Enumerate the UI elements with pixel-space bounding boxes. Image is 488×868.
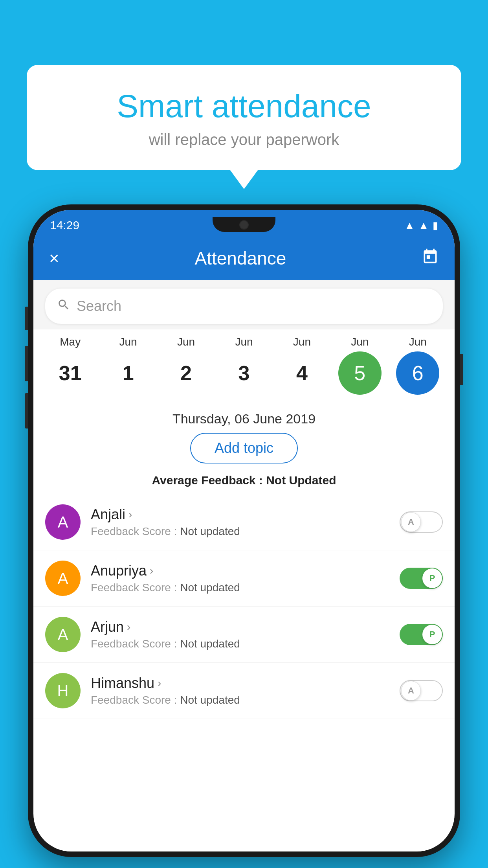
student-info: Anjali ›Feedback Score : Not updated [91, 506, 400, 538]
volume-down-button [25, 346, 28, 381]
chevron-icon: › [128, 508, 132, 521]
student-avatar: H [45, 673, 81, 708]
student-list: AAnjali ›Feedback Score : Not updatedAAA… [33, 494, 455, 719]
student-feedback: Feedback Score : Not updated [91, 638, 400, 650]
cal-date-number: 5 [338, 351, 382, 395]
header-title: Attendance [194, 248, 286, 269]
student-info: Arjun ›Feedback Score : Not updated [91, 619, 400, 650]
student-info: Anupriya ›Feedback Score : Not updated [91, 563, 400, 594]
search-icon [57, 298, 70, 315]
student-avatar: A [45, 561, 81, 596]
toggle-knob: P [422, 625, 442, 644]
content-area: Thursday, 06 June 2019 Add topic Average… [33, 404, 455, 494]
chevron-icon: › [150, 565, 153, 577]
cal-date-number: 1 [106, 351, 150, 395]
student-name: Anjali › [91, 506, 400, 523]
add-topic-button[interactable]: Add topic [190, 433, 298, 463]
calendar-day[interactable]: Jun5 [334, 336, 385, 395]
bubble-subtitle: will replace your paperwork [46, 131, 442, 149]
calendar-day[interactable]: Jun6 [392, 336, 443, 395]
cal-month-label: Jun [409, 336, 427, 348]
selected-date: Thursday, 06 June 2019 [45, 404, 443, 433]
signal-icon: ▲ [418, 219, 429, 232]
toggle-knob: A [401, 512, 421, 532]
cal-date-number: 31 [49, 351, 92, 395]
toggle-knob: A [401, 681, 421, 701]
cal-date-number: 2 [165, 351, 208, 395]
front-camera [239, 220, 249, 230]
cal-month-label: Jun [119, 336, 137, 348]
student-item[interactable]: AAnjali ›Feedback Score : Not updatedA [33, 494, 455, 550]
battery-icon: ▮ [433, 219, 438, 232]
search-bar[interactable]: Search [45, 289, 443, 324]
student-name: Himanshu › [91, 675, 400, 691]
calendar-day[interactable]: Jun1 [103, 336, 154, 395]
wifi-icon: ▲ [405, 219, 415, 232]
bubble-title: Smart attendance [46, 88, 442, 124]
speech-bubble: Smart attendance will replace your paper… [27, 65, 461, 170]
avg-feedback-label: Average Feedback : [152, 474, 262, 487]
cal-month-label: May [60, 336, 81, 348]
cal-date-number: 4 [280, 351, 323, 395]
cal-month-label: Jun [177, 336, 195, 348]
student-avatar: A [45, 504, 81, 540]
silent-button [25, 393, 28, 428]
student-name: Anupriya › [91, 563, 400, 579]
status-time: 14:29 [50, 219, 79, 232]
student-avatar: A [45, 617, 81, 652]
attendance-toggle[interactable]: A [400, 511, 443, 533]
student-info: Himanshu ›Feedback Score : Not updated [91, 675, 400, 706]
attendance-toggle[interactable]: P [400, 568, 443, 589]
student-item[interactable]: AAnupriya ›Feedback Score : Not updatedP [33, 550, 455, 607]
attendance-toggle[interactable]: A [400, 680, 443, 701]
search-placeholder: Search [77, 298, 121, 314]
student-feedback: Feedback Score : Not updated [91, 525, 400, 538]
search-container: Search [33, 280, 455, 329]
student-feedback: Feedback Score : Not updated [91, 694, 400, 706]
power-button [460, 354, 463, 385]
chevron-icon: › [127, 621, 130, 633]
calendar-strip: May31Jun1Jun2Jun3Jun4Jun5Jun6 [33, 329, 455, 404]
toggle-knob: P [422, 568, 442, 588]
student-item[interactable]: HHimanshu ›Feedback Score : Not updatedA [33, 663, 455, 719]
avg-feedback: Average Feedback : Not Updated [45, 470, 443, 494]
student-feedback: Feedback Score : Not updated [91, 581, 400, 594]
status-icons: ▲ ▲ ▮ [405, 219, 438, 232]
cal-month-label: Jun [235, 336, 253, 348]
phone-notch [213, 217, 275, 232]
phone-screen: 14:29 ▲ ▲ ▮ × Attendance [33, 210, 455, 851]
cal-date-number: 3 [222, 351, 266, 395]
app-header: × Attendance [33, 237, 455, 280]
calendar-day[interactable]: Jun2 [161, 336, 212, 395]
volume-up-button [25, 307, 28, 330]
cal-month-label: Jun [293, 336, 311, 348]
close-button[interactable]: × [49, 248, 59, 268]
phone-frame: 14:29 ▲ ▲ ▮ × Attendance [28, 204, 460, 857]
calendar-day[interactable]: May31 [45, 336, 96, 395]
cal-date-number: 6 [396, 351, 439, 395]
student-name: Arjun › [91, 619, 400, 635]
calendar-icon[interactable] [422, 248, 439, 269]
calendar-day[interactable]: Jun4 [276, 336, 327, 395]
chevron-icon: › [158, 677, 161, 690]
phone-device: 14:29 ▲ ▲ ▮ × Attendance [28, 204, 460, 857]
cal-month-label: Jun [351, 336, 369, 348]
calendar-day[interactable]: Jun3 [218, 336, 270, 395]
attendance-toggle[interactable]: P [400, 624, 443, 645]
avg-feedback-value: Not Updated [266, 474, 336, 487]
student-item[interactable]: AArjun ›Feedback Score : Not updatedP [33, 607, 455, 663]
